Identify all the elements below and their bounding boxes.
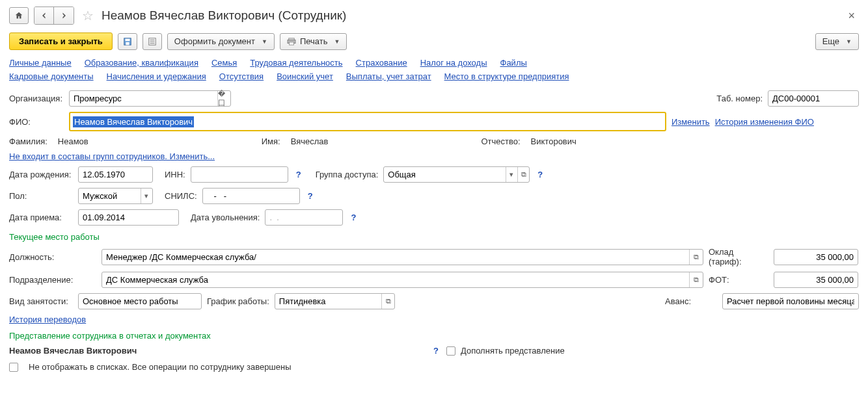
list-button[interactable]	[142, 33, 162, 50]
save-button[interactable]	[118, 33, 137, 50]
fire-label: Дата увольнения:	[191, 213, 260, 222]
tab-number-label: Таб. номер:	[716, 94, 763, 103]
link-files[interactable]: Файлы	[500, 58, 527, 68]
open-icon[interactable]: ⧉	[517, 167, 529, 182]
fio-input[interactable]: Неамов Вячеслав Викторович	[69, 112, 666, 131]
open-icon[interactable]: ⧉	[689, 272, 703, 287]
close-button[interactable]: ×	[844, 9, 859, 23]
transfers-link[interactable]: История переводов	[9, 315, 86, 324]
nav-links-row-2: Кадровые документы Начисления и удержани…	[9, 72, 859, 81]
fio-label: ФИО:	[9, 117, 64, 127]
fot-input[interactable]	[774, 275, 858, 285]
snils-label: СНИЛС:	[165, 191, 197, 201]
chevron-down-icon: ▼	[334, 38, 340, 45]
chevron-down-icon: ▼	[262, 38, 267, 45]
link-insurance[interactable]: Страхование	[356, 58, 407, 68]
link-absence[interactable]: Отсутствия	[219, 72, 264, 81]
open-icon[interactable]: ⧉	[381, 294, 394, 309]
patronymic-label: Отчество:	[481, 136, 520, 146]
access-label: Группа доступа:	[316, 170, 379, 179]
printer-icon	[287, 38, 296, 46]
forward-button[interactable]	[54, 7, 74, 24]
birth-row: Дата рождения: ИНН: ? Группа доступа: ▾ …	[9, 166, 859, 183]
hire-row: Дата приема: Дата увольнения: ?	[9, 209, 859, 226]
advance-input-wrap	[722, 293, 859, 309]
create-document-button[interactable]: Оформить документ ▼	[167, 33, 275, 50]
gender-input-wrap: ▾	[78, 188, 153, 204]
emp-type-input[interactable]	[79, 296, 201, 306]
hire-input[interactable]	[79, 213, 178, 222]
svg-rect-9	[289, 42, 293, 44]
fire-help-icon[interactable]: ?	[348, 213, 359, 222]
nav-links-row-1: Личные данные Образование, квалификация …	[9, 58, 859, 68]
link-hr-docs[interactable]: Кадровые документы	[9, 72, 94, 81]
open-icon[interactable]: �囗	[217, 91, 230, 106]
salary-input-wrap	[774, 249, 858, 265]
link-org-place[interactable]: Место в структуре предприятия	[444, 72, 569, 81]
hide-checkbox[interactable]	[9, 363, 18, 372]
link-education[interactable]: Образование, квалификация	[85, 58, 198, 68]
fio-change-link[interactable]: Изменить	[671, 117, 710, 127]
favorite-icon[interactable]: ☆	[82, 8, 94, 23]
link-military[interactable]: Воинский учет	[277, 72, 333, 81]
tab-number-wrap	[768, 90, 859, 107]
groups-link[interactable]: Не входит в составы групп сотрудников. И…	[9, 151, 215, 161]
dept-input[interactable]	[102, 275, 689, 285]
inn-input[interactable]	[191, 170, 288, 179]
print-button[interactable]: Печать ▼	[280, 33, 347, 50]
hire-input-wrap	[78, 209, 179, 226]
inn-input-wrap	[191, 166, 288, 183]
access-input-wrap: ▾ ⧉	[383, 166, 530, 183]
supplement-label: Дополнять представление	[461, 346, 565, 356]
link-family[interactable]: Семья	[211, 58, 237, 68]
chevron-down-icon: ▼	[846, 38, 852, 45]
snils-help-icon[interactable]: ?	[305, 191, 316, 201]
birth-input[interactable]	[79, 170, 152, 179]
gender-input[interactable]	[79, 191, 141, 201]
position-input[interactable]	[102, 252, 689, 262]
inn-help-icon[interactable]: ?	[293, 170, 304, 179]
link-accruals[interactable]: Начисления и удержания	[107, 72, 206, 81]
access-help-icon[interactable]: ?	[535, 170, 545, 179]
birth-label: Дата рождения:	[9, 170, 73, 179]
save-and-close-button[interactable]: Записать и закрыть	[9, 32, 113, 50]
fire-input-wrap	[265, 209, 343, 226]
link-labor[interactable]: Трудовая деятельность	[250, 58, 342, 68]
chevron-down-icon[interactable]: ▾	[506, 167, 517, 182]
hire-label: Дата приема:	[9, 213, 73, 222]
schedule-label: График работы:	[207, 296, 269, 306]
link-payments[interactable]: Выплаты, учет затрат	[346, 72, 431, 81]
home-button[interactable]	[9, 7, 29, 24]
back-button[interactable]	[34, 7, 54, 24]
advance-input[interactable]	[723, 296, 858, 306]
org-input-wrap: �囗	[69, 90, 231, 107]
more-button[interactable]: Еще ▼	[815, 33, 859, 50]
org-label: Организация:	[9, 94, 64, 103]
svg-rect-2	[126, 42, 129, 44]
salary-label: Оклад (тариф):	[709, 247, 768, 266]
name-parts-row: Фамилия: Неамов Имя: Вячеслав Отчество: …	[9, 136, 859, 146]
firstname-value: Вячеслав	[290, 136, 330, 146]
snils-input[interactable]	[203, 191, 299, 201]
tab-number-input[interactable]	[768, 94, 858, 103]
org-input[interactable]	[70, 94, 217, 103]
representation-help-icon[interactable]: ?	[431, 346, 441, 356]
svg-rect-1	[125, 38, 129, 41]
supplement-checkbox[interactable]	[446, 346, 455, 356]
toolbar: Записать и закрыть Оформить документ ▼ П…	[9, 32, 859, 50]
chevron-down-icon[interactable]: ▾	[141, 188, 152, 203]
fio-history-link[interactable]: История изменения ФИО	[715, 117, 814, 127]
inn-label: ИНН:	[165, 170, 185, 179]
print-label: Печать	[300, 36, 328, 46]
access-input[interactable]	[384, 170, 505, 179]
fot-input-wrap	[774, 272, 858, 288]
fire-input[interactable]	[265, 213, 342, 222]
open-icon[interactable]: ⧉	[689, 250, 703, 265]
link-tax[interactable]: Налог на доходы	[420, 58, 487, 68]
schedule-input[interactable]	[275, 296, 381, 306]
representation-row: Неамов Вячеслав Викторович ? Дополнять п…	[9, 346, 859, 356]
salary-input[interactable]	[774, 252, 858, 262]
dept-row: Подразделение: ⧉ ФОТ:	[9, 272, 859, 288]
transfers-row: История переводов	[9, 315, 859, 324]
link-personal[interactable]: Личные данные	[9, 58, 72, 68]
